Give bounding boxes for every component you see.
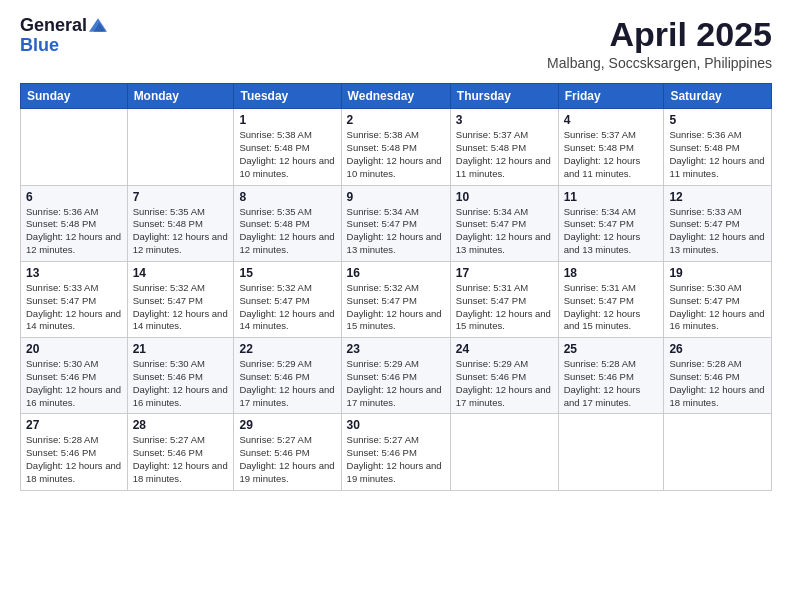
calendar-cell: 29Sunrise: 5:27 AMSunset: 5:46 PMDayligh… xyxy=(234,414,341,490)
calendar-week-row: 27Sunrise: 5:28 AMSunset: 5:46 PMDayligh… xyxy=(21,414,772,490)
day-number: 9 xyxy=(347,190,445,204)
day-info: Sunrise: 5:27 AMSunset: 5:46 PMDaylight:… xyxy=(347,434,445,485)
day-info: Sunrise: 5:31 AMSunset: 5:47 PMDaylight:… xyxy=(456,282,553,333)
day-number: 22 xyxy=(239,342,335,356)
calendar-cell: 23Sunrise: 5:29 AMSunset: 5:46 PMDayligh… xyxy=(341,338,450,414)
header: General Blue April 2025 Malbang, Soccsks… xyxy=(20,16,772,71)
calendar-day-header: Tuesday xyxy=(234,84,341,109)
calendar-cell: 5Sunrise: 5:36 AMSunset: 5:48 PMDaylight… xyxy=(664,109,772,185)
day-number: 8 xyxy=(239,190,335,204)
day-info: Sunrise: 5:28 AMSunset: 5:46 PMDaylight:… xyxy=(564,358,659,409)
day-info: Sunrise: 5:32 AMSunset: 5:47 PMDaylight:… xyxy=(133,282,229,333)
day-info: Sunrise: 5:34 AMSunset: 5:47 PMDaylight:… xyxy=(564,206,659,257)
day-number: 14 xyxy=(133,266,229,280)
calendar-cell: 10Sunrise: 5:34 AMSunset: 5:47 PMDayligh… xyxy=(450,185,558,261)
day-info: Sunrise: 5:36 AMSunset: 5:48 PMDaylight:… xyxy=(26,206,122,257)
day-info: Sunrise: 5:29 AMSunset: 5:46 PMDaylight:… xyxy=(347,358,445,409)
calendar-cell: 30Sunrise: 5:27 AMSunset: 5:46 PMDayligh… xyxy=(341,414,450,490)
calendar-cell: 8Sunrise: 5:35 AMSunset: 5:48 PMDaylight… xyxy=(234,185,341,261)
day-number: 6 xyxy=(26,190,122,204)
day-number: 18 xyxy=(564,266,659,280)
calendar-cell: 15Sunrise: 5:32 AMSunset: 5:47 PMDayligh… xyxy=(234,261,341,337)
day-info: Sunrise: 5:29 AMSunset: 5:46 PMDaylight:… xyxy=(239,358,335,409)
day-info: Sunrise: 5:29 AMSunset: 5:46 PMDaylight:… xyxy=(456,358,553,409)
day-number: 30 xyxy=(347,418,445,432)
calendar-cell: 2Sunrise: 5:38 AMSunset: 5:48 PMDaylight… xyxy=(341,109,450,185)
logo-icon xyxy=(89,16,107,34)
calendar-cell: 16Sunrise: 5:32 AMSunset: 5:47 PMDayligh… xyxy=(341,261,450,337)
calendar-cell: 7Sunrise: 5:35 AMSunset: 5:48 PMDaylight… xyxy=(127,185,234,261)
page: General Blue April 2025 Malbang, Soccsks… xyxy=(0,0,792,612)
day-number: 21 xyxy=(133,342,229,356)
day-number: 1 xyxy=(239,113,335,127)
day-info: Sunrise: 5:27 AMSunset: 5:46 PMDaylight:… xyxy=(133,434,229,485)
calendar-week-row: 13Sunrise: 5:33 AMSunset: 5:47 PMDayligh… xyxy=(21,261,772,337)
day-number: 10 xyxy=(456,190,553,204)
calendar-cell xyxy=(664,414,772,490)
day-info: Sunrise: 5:30 AMSunset: 5:46 PMDaylight:… xyxy=(133,358,229,409)
day-number: 7 xyxy=(133,190,229,204)
calendar-cell: 9Sunrise: 5:34 AMSunset: 5:47 PMDaylight… xyxy=(341,185,450,261)
day-number: 23 xyxy=(347,342,445,356)
calendar-day-header: Monday xyxy=(127,84,234,109)
day-info: Sunrise: 5:38 AMSunset: 5:48 PMDaylight:… xyxy=(239,129,335,180)
calendar-day-header: Thursday xyxy=(450,84,558,109)
calendar-cell: 14Sunrise: 5:32 AMSunset: 5:47 PMDayligh… xyxy=(127,261,234,337)
calendar-day-header: Saturday xyxy=(664,84,772,109)
calendar-week-row: 1Sunrise: 5:38 AMSunset: 5:48 PMDaylight… xyxy=(21,109,772,185)
calendar-cell: 24Sunrise: 5:29 AMSunset: 5:46 PMDayligh… xyxy=(450,338,558,414)
calendar-table: SundayMondayTuesdayWednesdayThursdayFrid… xyxy=(20,83,772,490)
calendar-cell: 25Sunrise: 5:28 AMSunset: 5:46 PMDayligh… xyxy=(558,338,664,414)
day-number: 19 xyxy=(669,266,766,280)
day-number: 26 xyxy=(669,342,766,356)
calendar-cell: 6Sunrise: 5:36 AMSunset: 5:48 PMDaylight… xyxy=(21,185,128,261)
calendar-cell: 19Sunrise: 5:30 AMSunset: 5:47 PMDayligh… xyxy=(664,261,772,337)
title-location: Malbang, Soccsksargen, Philippines xyxy=(547,55,772,71)
title-month: April 2025 xyxy=(547,16,772,53)
day-number: 16 xyxy=(347,266,445,280)
day-number: 11 xyxy=(564,190,659,204)
day-info: Sunrise: 5:37 AMSunset: 5:48 PMDaylight:… xyxy=(456,129,553,180)
logo: General Blue xyxy=(20,16,107,56)
title-block: April 2025 Malbang, Soccsksargen, Philip… xyxy=(547,16,772,71)
day-info: Sunrise: 5:27 AMSunset: 5:46 PMDaylight:… xyxy=(239,434,335,485)
day-info: Sunrise: 5:34 AMSunset: 5:47 PMDaylight:… xyxy=(347,206,445,257)
calendar-cell: 20Sunrise: 5:30 AMSunset: 5:46 PMDayligh… xyxy=(21,338,128,414)
calendar-header-row: SundayMondayTuesdayWednesdayThursdayFrid… xyxy=(21,84,772,109)
day-number: 15 xyxy=(239,266,335,280)
logo-blue-text: Blue xyxy=(20,36,107,56)
day-info: Sunrise: 5:37 AMSunset: 5:48 PMDaylight:… xyxy=(564,129,659,180)
calendar-cell: 27Sunrise: 5:28 AMSunset: 5:46 PMDayligh… xyxy=(21,414,128,490)
calendar-cell xyxy=(21,109,128,185)
day-info: Sunrise: 5:36 AMSunset: 5:48 PMDaylight:… xyxy=(669,129,766,180)
calendar-cell: 28Sunrise: 5:27 AMSunset: 5:46 PMDayligh… xyxy=(127,414,234,490)
day-info: Sunrise: 5:30 AMSunset: 5:46 PMDaylight:… xyxy=(26,358,122,409)
day-info: Sunrise: 5:28 AMSunset: 5:46 PMDaylight:… xyxy=(26,434,122,485)
day-number: 2 xyxy=(347,113,445,127)
calendar-cell: 13Sunrise: 5:33 AMSunset: 5:47 PMDayligh… xyxy=(21,261,128,337)
calendar-cell: 1Sunrise: 5:38 AMSunset: 5:48 PMDaylight… xyxy=(234,109,341,185)
day-info: Sunrise: 5:35 AMSunset: 5:48 PMDaylight:… xyxy=(239,206,335,257)
calendar-cell: 4Sunrise: 5:37 AMSunset: 5:48 PMDaylight… xyxy=(558,109,664,185)
day-info: Sunrise: 5:30 AMSunset: 5:47 PMDaylight:… xyxy=(669,282,766,333)
calendar-cell xyxy=(558,414,664,490)
day-number: 25 xyxy=(564,342,659,356)
day-info: Sunrise: 5:38 AMSunset: 5:48 PMDaylight:… xyxy=(347,129,445,180)
calendar-week-row: 20Sunrise: 5:30 AMSunset: 5:46 PMDayligh… xyxy=(21,338,772,414)
day-number: 24 xyxy=(456,342,553,356)
calendar-week-row: 6Sunrise: 5:36 AMSunset: 5:48 PMDaylight… xyxy=(21,185,772,261)
day-number: 20 xyxy=(26,342,122,356)
calendar-cell: 12Sunrise: 5:33 AMSunset: 5:47 PMDayligh… xyxy=(664,185,772,261)
day-info: Sunrise: 5:33 AMSunset: 5:47 PMDaylight:… xyxy=(669,206,766,257)
calendar-cell: 21Sunrise: 5:30 AMSunset: 5:46 PMDayligh… xyxy=(127,338,234,414)
day-number: 28 xyxy=(133,418,229,432)
day-info: Sunrise: 5:31 AMSunset: 5:47 PMDaylight:… xyxy=(564,282,659,333)
calendar-day-header: Wednesday xyxy=(341,84,450,109)
day-number: 13 xyxy=(26,266,122,280)
calendar-cell xyxy=(450,414,558,490)
day-number: 4 xyxy=(564,113,659,127)
day-number: 12 xyxy=(669,190,766,204)
calendar-cell: 11Sunrise: 5:34 AMSunset: 5:47 PMDayligh… xyxy=(558,185,664,261)
calendar-day-header: Sunday xyxy=(21,84,128,109)
day-number: 27 xyxy=(26,418,122,432)
